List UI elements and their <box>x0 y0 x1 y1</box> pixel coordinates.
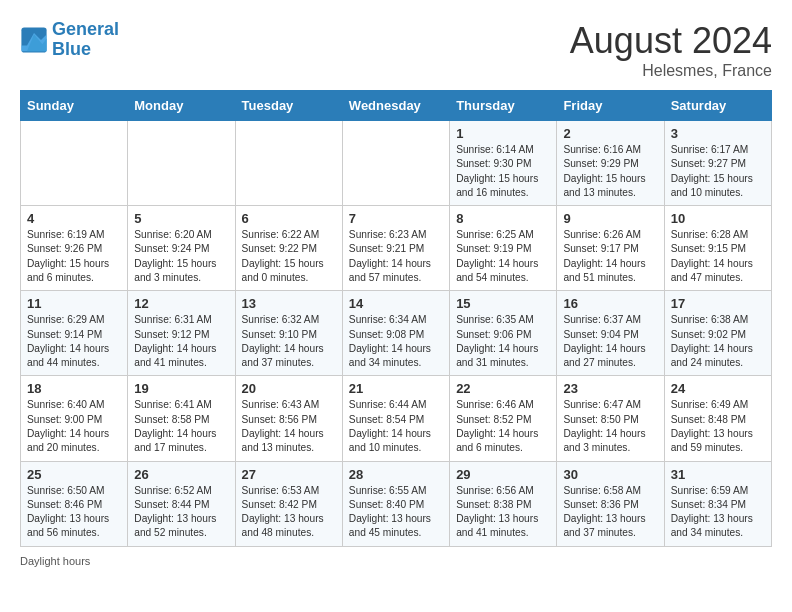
cell-details: Sunrise: 6:32 AM Sunset: 9:10 PM Dayligh… <box>242 313 336 370</box>
day-number: 16 <box>563 296 657 311</box>
calendar-cell: 9Sunrise: 6:26 AM Sunset: 9:17 PM Daylig… <box>557 206 664 291</box>
calendar-cell: 10Sunrise: 6:28 AM Sunset: 9:15 PM Dayli… <box>664 206 771 291</box>
calendar-cell <box>235 121 342 206</box>
month-title: August 2024 <box>570 20 772 62</box>
day-number: 3 <box>671 126 765 141</box>
cell-details: Sunrise: 6:26 AM Sunset: 9:17 PM Dayligh… <box>563 228 657 285</box>
day-number: 1 <box>456 126 550 141</box>
logo-text: General Blue <box>52 20 119 60</box>
cell-details: Sunrise: 6:58 AM Sunset: 8:36 PM Dayligh… <box>563 484 657 541</box>
title-block: August 2024 Helesmes, France <box>570 20 772 80</box>
cell-details: Sunrise: 6:19 AM Sunset: 9:26 PM Dayligh… <box>27 228 121 285</box>
day-number: 19 <box>134 381 228 396</box>
calendar-cell <box>128 121 235 206</box>
calendar-cell <box>342 121 449 206</box>
calendar-cell: 5Sunrise: 6:20 AM Sunset: 9:24 PM Daylig… <box>128 206 235 291</box>
day-number: 12 <box>134 296 228 311</box>
day-number: 4 <box>27 211 121 226</box>
day-number: 2 <box>563 126 657 141</box>
day-number: 25 <box>27 467 121 482</box>
day-number: 11 <box>27 296 121 311</box>
cell-details: Sunrise: 6:16 AM Sunset: 9:29 PM Dayligh… <box>563 143 657 200</box>
calendar-cell: 14Sunrise: 6:34 AM Sunset: 9:08 PM Dayli… <box>342 291 449 376</box>
cell-details: Sunrise: 6:52 AM Sunset: 8:44 PM Dayligh… <box>134 484 228 541</box>
cell-details: Sunrise: 6:28 AM Sunset: 9:15 PM Dayligh… <box>671 228 765 285</box>
day-header-wednesday: Wednesday <box>342 91 449 121</box>
calendar-table: SundayMondayTuesdayWednesdayThursdayFrid… <box>20 90 772 547</box>
calendar-cell: 25Sunrise: 6:50 AM Sunset: 8:46 PM Dayli… <box>21 461 128 546</box>
day-number: 28 <box>349 467 443 482</box>
cell-details: Sunrise: 6:25 AM Sunset: 9:19 PM Dayligh… <box>456 228 550 285</box>
day-number: 24 <box>671 381 765 396</box>
calendar-cell: 8Sunrise: 6:25 AM Sunset: 9:19 PM Daylig… <box>450 206 557 291</box>
location: Helesmes, France <box>570 62 772 80</box>
day-number: 26 <box>134 467 228 482</box>
cell-details: Sunrise: 6:34 AM Sunset: 9:08 PM Dayligh… <box>349 313 443 370</box>
day-number: 31 <box>671 467 765 482</box>
calendar-cell: 6Sunrise: 6:22 AM Sunset: 9:22 PM Daylig… <box>235 206 342 291</box>
calendar-cell: 30Sunrise: 6:58 AM Sunset: 8:36 PM Dayli… <box>557 461 664 546</box>
day-number: 27 <box>242 467 336 482</box>
day-number: 22 <box>456 381 550 396</box>
calendar-cell: 13Sunrise: 6:32 AM Sunset: 9:10 PM Dayli… <box>235 291 342 376</box>
cell-details: Sunrise: 6:56 AM Sunset: 8:38 PM Dayligh… <box>456 484 550 541</box>
calendar-cell: 3Sunrise: 6:17 AM Sunset: 9:27 PM Daylig… <box>664 121 771 206</box>
calendar-cell: 1Sunrise: 6:14 AM Sunset: 9:30 PM Daylig… <box>450 121 557 206</box>
calendar-cell: 7Sunrise: 6:23 AM Sunset: 9:21 PM Daylig… <box>342 206 449 291</box>
day-header-monday: Monday <box>128 91 235 121</box>
day-number: 5 <box>134 211 228 226</box>
logo-icon <box>20 26 48 54</box>
day-header-thursday: Thursday <box>450 91 557 121</box>
calendar-cell: 11Sunrise: 6:29 AM Sunset: 9:14 PM Dayli… <box>21 291 128 376</box>
day-number: 8 <box>456 211 550 226</box>
calendar-cell: 20Sunrise: 6:43 AM Sunset: 8:56 PM Dayli… <box>235 376 342 461</box>
calendar-cell: 17Sunrise: 6:38 AM Sunset: 9:02 PM Dayli… <box>664 291 771 376</box>
day-number: 13 <box>242 296 336 311</box>
cell-details: Sunrise: 6:43 AM Sunset: 8:56 PM Dayligh… <box>242 398 336 455</box>
calendar-cell: 24Sunrise: 6:49 AM Sunset: 8:48 PM Dayli… <box>664 376 771 461</box>
logo: General Blue <box>20 20 119 60</box>
day-number: 21 <box>349 381 443 396</box>
calendar-cell: 22Sunrise: 6:46 AM Sunset: 8:52 PM Dayli… <box>450 376 557 461</box>
cell-details: Sunrise: 6:20 AM Sunset: 9:24 PM Dayligh… <box>134 228 228 285</box>
cell-details: Sunrise: 6:44 AM Sunset: 8:54 PM Dayligh… <box>349 398 443 455</box>
calendar-cell: 28Sunrise: 6:55 AM Sunset: 8:40 PM Dayli… <box>342 461 449 546</box>
cell-details: Sunrise: 6:37 AM Sunset: 9:04 PM Dayligh… <box>563 313 657 370</box>
calendar-cell: 2Sunrise: 6:16 AM Sunset: 9:29 PM Daylig… <box>557 121 664 206</box>
day-number: 15 <box>456 296 550 311</box>
calendar-cell: 27Sunrise: 6:53 AM Sunset: 8:42 PM Dayli… <box>235 461 342 546</box>
cell-details: Sunrise: 6:23 AM Sunset: 9:21 PM Dayligh… <box>349 228 443 285</box>
cell-details: Sunrise: 6:53 AM Sunset: 8:42 PM Dayligh… <box>242 484 336 541</box>
calendar-cell: 18Sunrise: 6:40 AM Sunset: 9:00 PM Dayli… <box>21 376 128 461</box>
cell-details: Sunrise: 6:46 AM Sunset: 8:52 PM Dayligh… <box>456 398 550 455</box>
calendar-cell: 31Sunrise: 6:59 AM Sunset: 8:34 PM Dayli… <box>664 461 771 546</box>
day-number: 30 <box>563 467 657 482</box>
day-number: 20 <box>242 381 336 396</box>
day-number: 6 <box>242 211 336 226</box>
cell-details: Sunrise: 6:41 AM Sunset: 8:58 PM Dayligh… <box>134 398 228 455</box>
calendar-cell: 29Sunrise: 6:56 AM Sunset: 8:38 PM Dayli… <box>450 461 557 546</box>
day-number: 10 <box>671 211 765 226</box>
cell-details: Sunrise: 6:35 AM Sunset: 9:06 PM Dayligh… <box>456 313 550 370</box>
cell-details: Sunrise: 6:22 AM Sunset: 9:22 PM Dayligh… <box>242 228 336 285</box>
cell-details: Sunrise: 6:38 AM Sunset: 9:02 PM Dayligh… <box>671 313 765 370</box>
day-header-friday: Friday <box>557 91 664 121</box>
calendar-cell: 19Sunrise: 6:41 AM Sunset: 8:58 PM Dayli… <box>128 376 235 461</box>
day-number: 23 <box>563 381 657 396</box>
day-number: 18 <box>27 381 121 396</box>
day-header-tuesday: Tuesday <box>235 91 342 121</box>
cell-details: Sunrise: 6:17 AM Sunset: 9:27 PM Dayligh… <box>671 143 765 200</box>
day-header-sunday: Sunday <box>21 91 128 121</box>
cell-details: Sunrise: 6:47 AM Sunset: 8:50 PM Dayligh… <box>563 398 657 455</box>
cell-details: Sunrise: 6:31 AM Sunset: 9:12 PM Dayligh… <box>134 313 228 370</box>
calendar-cell: 23Sunrise: 6:47 AM Sunset: 8:50 PM Dayli… <box>557 376 664 461</box>
cell-details: Sunrise: 6:59 AM Sunset: 8:34 PM Dayligh… <box>671 484 765 541</box>
calendar-cell <box>21 121 128 206</box>
cell-details: Sunrise: 6:49 AM Sunset: 8:48 PM Dayligh… <box>671 398 765 455</box>
calendar-cell: 15Sunrise: 6:35 AM Sunset: 9:06 PM Dayli… <box>450 291 557 376</box>
calendar-cell: 12Sunrise: 6:31 AM Sunset: 9:12 PM Dayli… <box>128 291 235 376</box>
cell-details: Sunrise: 6:29 AM Sunset: 9:14 PM Dayligh… <box>27 313 121 370</box>
cell-details: Sunrise: 6:55 AM Sunset: 8:40 PM Dayligh… <box>349 484 443 541</box>
cell-details: Sunrise: 6:40 AM Sunset: 9:00 PM Dayligh… <box>27 398 121 455</box>
cell-details: Sunrise: 6:50 AM Sunset: 8:46 PM Dayligh… <box>27 484 121 541</box>
